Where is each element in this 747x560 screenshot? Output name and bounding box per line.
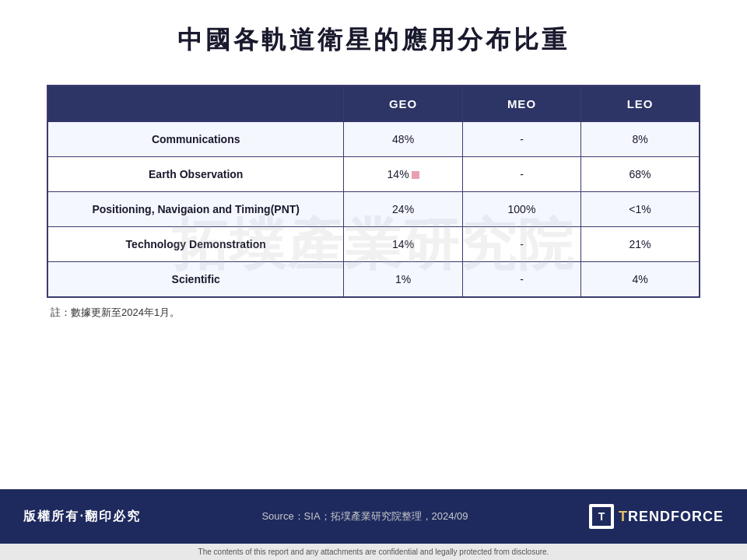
cell-meo-2: 100% <box>462 192 580 227</box>
table-row: Technology Demonstration14%-21% <box>47 227 700 262</box>
table-row: Positioning, Navigaion and Timing(PNT)24… <box>47 192 700 227</box>
cell-leo-0: 8% <box>581 122 700 157</box>
logo-rest: RENDFORCE <box>628 509 724 524</box>
logo-icon: T <box>589 504 614 529</box>
cell-meo-3: - <box>462 227 580 262</box>
cell-meo-4: - <box>462 262 580 298</box>
cell-leo-1: 68% <box>581 157 700 192</box>
row-label-1: Earth Observation <box>47 157 344 192</box>
table-header-empty <box>47 86 344 122</box>
footer-source: Source：SIA；拓墣產業研究院整理，2024/09 <box>261 509 468 523</box>
footnote: 註：數據更新至2024年1月。 <box>47 306 700 320</box>
cell-leo-4: 4% <box>581 262 700 298</box>
page-title: 中國各軌道衛星的應用分布比重 <box>177 23 570 58</box>
row-label-4: Scientific <box>47 262 344 298</box>
cell-meo-1: - <box>462 157 580 192</box>
disclaimer-bar: The contents of this report and any atta… <box>0 544 747 560</box>
cell-leo-2: <1% <box>581 192 700 227</box>
svg-text:T: T <box>598 510 605 523</box>
footer-copyright: 版權所有‧翻印必究 <box>23 509 141 525</box>
cell-geo-3: 14% <box>344 227 462 262</box>
logo-text: TRENDFORCE <box>619 509 724 525</box>
table-header-leo: LEO <box>581 86 700 122</box>
table-row: Earth Observation14%-68% <box>47 157 700 192</box>
footer: 版權所有‧翻印必究 Source：SIA；拓墣產業研究院整理，2024/09 T… <box>0 489 747 544</box>
cell-geo-0: 48% <box>344 122 462 157</box>
row-label-2: Positioning, Navigaion and Timing(PNT) <box>47 192 344 227</box>
logo-t-letter: T <box>619 509 628 524</box>
row-label-3: Technology Demonstration <box>47 227 344 262</box>
table-row: Communications48%-8% <box>47 122 700 157</box>
table-header-meo: MEO <box>462 86 580 122</box>
disclaimer-text: The contents of this report and any atta… <box>198 548 549 556</box>
cell-geo-1: 14% <box>344 157 462 192</box>
cell-geo-2: 24% <box>344 192 462 227</box>
content-area: 拓墣產業研究院 中國各軌道衛星的應用分布比重 GEO MEO LEO Commu… <box>0 0 747 489</box>
main-container: 拓墣產業研究院 中國各軌道衛星的應用分布比重 GEO MEO LEO Commu… <box>0 0 747 560</box>
cell-leo-3: 21% <box>581 227 700 262</box>
data-table: GEO MEO LEO Communications48%-8%Earth Ob… <box>47 85 700 298</box>
pink-square-indicator <box>412 171 419 179</box>
logo-svg-icon: T <box>592 507 611 526</box>
footer-logo-area: T TRENDFORCE <box>589 504 724 529</box>
table-row: Scientific1%-4% <box>47 262 700 298</box>
cell-geo-4: 1% <box>344 262 462 298</box>
cell-meo-0: - <box>462 122 580 157</box>
row-label-0: Communications <box>47 122 344 157</box>
table-header-geo: GEO <box>344 86 462 122</box>
trendforce-logo: T TRENDFORCE <box>589 504 724 529</box>
